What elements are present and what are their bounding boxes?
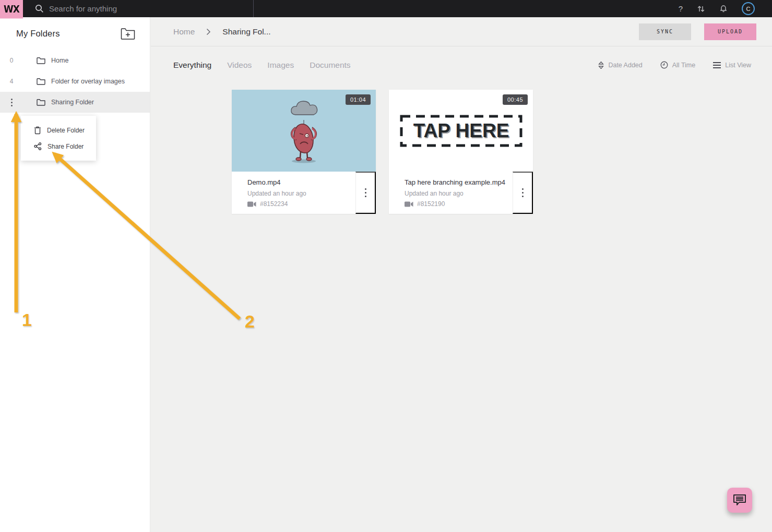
media-id: #8152190 — [417, 200, 445, 208]
page-header: Home Sharing Fol... SYNC UPLOAD — [151, 17, 772, 46]
media-grid: 01:04 Demo.mp4 Updated an hour ago #8152… — [151, 90, 772, 214]
media-options-kebab-icon[interactable] — [355, 172, 376, 214]
menu-item-delete-folder[interactable]: Delete Folder — [21, 122, 96, 138]
folder-count: 4 — [0, 78, 23, 85]
folder-icon — [37, 78, 45, 85]
search-input[interactable] — [49, 4, 216, 13]
sidebar-item-overlay-images[interactable]: 4 Folder for overlay images — [0, 71, 150, 92]
menu-item-label: Share Folder — [47, 143, 84, 150]
clock-icon — [660, 61, 668, 69]
media-options-kebab-icon[interactable] — [513, 172, 533, 214]
media-updated: Updated an hour ago — [405, 190, 513, 197]
media-updated: Updated an hour ago — [247, 190, 355, 197]
list-view-icon — [713, 62, 721, 68]
add-folder-button[interactable] — [121, 28, 135, 40]
folder-count: 0 — [0, 57, 23, 64]
sidebar-item-sharing-folder[interactable]: Sharing Folder — [0, 92, 150, 113]
search-icon — [35, 4, 44, 13]
breadcrumb-home[interactable]: Home — [173, 27, 195, 37]
duration-badge: 00:45 — [503, 94, 528, 105]
sync-button[interactable]: SYNC — [639, 23, 691, 40]
folder-label: Home — [51, 57, 68, 64]
sort-by-control[interactable]: Date Added — [598, 62, 642, 69]
view-toggle-label: List View — [725, 62, 751, 69]
media-id: #8152234 — [260, 200, 288, 208]
topbar: WX ? C — [0, 0, 772, 17]
time-filter-control[interactable]: All Time — [660, 61, 695, 69]
folder-icon — [37, 57, 45, 64]
folder-label: Sharing Folder — [51, 99, 94, 106]
chevron-right-icon — [206, 28, 211, 35]
chat-bubble-icon — [733, 494, 746, 506]
tab-videos[interactable]: Videos — [227, 61, 252, 70]
video-thumbnail[interactable]: 01:04 — [232, 90, 376, 172]
video-thumbnail[interactable]: TAP HERE TAP HERE 00:45 — [389, 90, 533, 172]
app-logo[interactable]: WX — [0, 0, 23, 18]
share-icon — [34, 142, 42, 150]
global-search — [35, 4, 223, 13]
sort-by-label: Date Added — [608, 62, 642, 69]
folder-label: Folder for overlay images — [51, 78, 125, 85]
folder-context-menu: Delete Folder Share Folder — [21, 116, 96, 161]
folders-sidebar: My Folders 0 Home 4 Folder for overlay i… — [0, 17, 150, 532]
menu-item-label: Delete Folder — [47, 127, 85, 134]
topbar-divider — [253, 0, 254, 17]
media-title[interactable]: Tap here branching example.mp4 — [405, 178, 513, 186]
tab-documents[interactable]: Documents — [310, 61, 350, 70]
upload-button[interactable]: UPLOAD — [704, 23, 756, 40]
folder-icon — [37, 99, 45, 106]
folder-options-kebab-icon[interactable] — [0, 99, 23, 106]
time-filter-label: All Time — [672, 62, 695, 69]
tab-images[interactable]: Images — [267, 61, 294, 70]
sort-arrows-icon — [598, 62, 604, 69]
menu-item-share-folder[interactable]: Share Folder — [21, 138, 96, 154]
video-camera-icon — [247, 201, 256, 207]
breadcrumb: Home Sharing Fol... — [173, 27, 639, 37]
main-content: Home Sharing Fol... SYNC UPLOAD Everythi… — [151, 17, 772, 532]
breadcrumb-current: Sharing Fol... — [222, 27, 270, 37]
filter-bar: Everything Videos Images Documents Date … — [151, 46, 772, 83]
video-camera-icon — [405, 201, 413, 207]
folder-list: 0 Home 4 Folder for overlay images Shari… — [0, 50, 150, 113]
media-title[interactable]: Demo.mp4 — [247, 178, 355, 186]
chat-support-button[interactable] — [727, 488, 752, 513]
transfer-sort-icon[interactable] — [697, 5, 705, 13]
svg-text:TAP HERE: TAP HERE — [413, 120, 509, 141]
tab-everything[interactable]: Everything — [173, 61, 211, 70]
media-card-demo: 01:04 Demo.mp4 Updated an hour ago #8152… — [232, 90, 376, 214]
notifications-bell-icon[interactable] — [719, 4, 728, 13]
content-tabs: Everything Videos Images Documents — [173, 61, 598, 70]
help-icon[interactable]: ? — [679, 4, 683, 13]
duration-badge: 01:04 — [346, 94, 371, 105]
trash-icon — [34, 126, 41, 135]
user-avatar[interactable]: C — [742, 2, 755, 15]
view-toggle-control[interactable]: List View — [713, 62, 751, 69]
sidebar-title: My Folders — [16, 29, 121, 39]
sidebar-item-home[interactable]: 0 Home — [0, 50, 150, 71]
media-card-tap-here: TAP HERE TAP HERE 00:45 Tap here branchi… — [389, 90, 533, 214]
